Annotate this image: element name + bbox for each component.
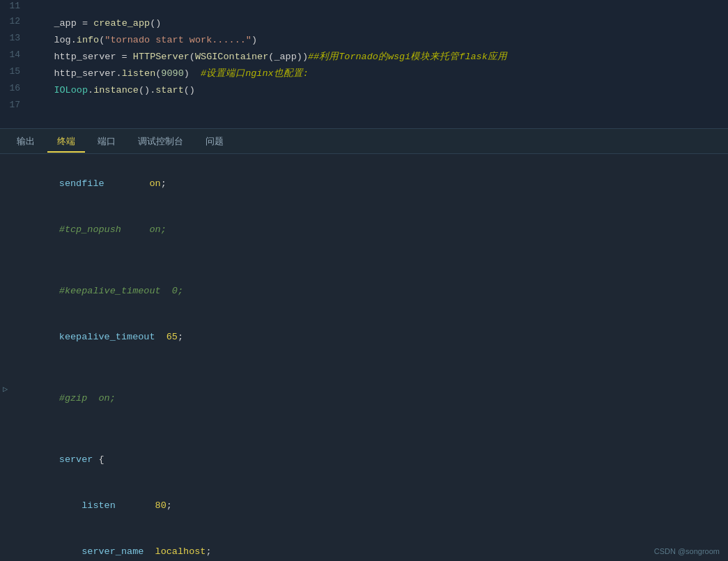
line-number-17: 17 xyxy=(0,100,31,110)
line-number-12: 12 xyxy=(0,16,31,26)
terminal-line-4: #keepalive_timeout 0; xyxy=(14,268,714,314)
code-line-14: 14 http_server = HTTPServer(WSGIContaine… xyxy=(0,49,728,66)
code-line-11: 11 xyxy=(0,0,728,15)
terminal-line-11: server_name localhost; xyxy=(14,529,714,561)
tab-problems[interactable]: 问题 xyxy=(196,131,233,152)
code-line-16: 16 IOLoop.instance().start() xyxy=(0,82,728,99)
sidebar-gutter: ▷ xyxy=(0,154,13,561)
tab-output[interactable]: 输出 xyxy=(7,131,45,152)
terminal-line-7: #gzip on; xyxy=(14,376,714,422)
terminal-line-6 xyxy=(14,360,714,376)
watermark: CSDN @songroom xyxy=(654,547,720,555)
code-editor: 11 12 _app = create_app() 13 log.info("t… xyxy=(0,0,728,129)
code-line-17: 17 xyxy=(0,99,728,114)
line-number-16: 16 xyxy=(0,83,31,93)
code-line-13: 13 log.info("tornado start work......") xyxy=(0,32,728,49)
terminal-area[interactable]: ▷ sendfile on; #tcp_nopush on; #keepaliv… xyxy=(0,154,728,561)
terminal-line-10: listen 80; xyxy=(14,483,714,529)
line-content-16: IOLoop.instance().start() xyxy=(31,83,728,98)
terminal-line-1: sendfile on; xyxy=(14,161,714,207)
terminal-line-2: #tcp_nopush on; xyxy=(14,207,714,253)
code-line-15: 15 http_server.listen(9090) #设置端口nginx也配… xyxy=(0,66,728,82)
gutter-arrow: ▷ xyxy=(3,384,8,394)
terminal-line-8 xyxy=(14,422,714,437)
line-content-13: log.info("tornado start work......") xyxy=(31,33,728,48)
line-content-14: http_server = HTTPServer(WSGIContainer(_… xyxy=(31,49,728,65)
line-content-15: http_server.listen(9090) #设置端口nginx也配置: xyxy=(31,66,728,82)
line-number-14: 14 xyxy=(0,49,31,60)
terminal-line-9: server { xyxy=(14,437,714,483)
tab-bar: 输出 终端 端口 调试控制台 问题 xyxy=(0,129,728,154)
tab-debug-console[interactable]: 调试控制台 xyxy=(128,131,193,152)
code-line-12: 12 _app = create_app() xyxy=(0,15,728,32)
line-number-15: 15 xyxy=(0,66,31,77)
line-number-11: 11 xyxy=(0,1,31,11)
terminal-line-3 xyxy=(14,253,714,268)
line-content-12: _app = create_app() xyxy=(31,16,728,31)
tab-terminal[interactable]: 终端 xyxy=(47,131,85,152)
line-number-13: 13 xyxy=(0,33,31,43)
tab-port[interactable]: 端口 xyxy=(88,131,125,152)
terminal-line-5: keepalive_timeout 65; xyxy=(14,314,714,360)
